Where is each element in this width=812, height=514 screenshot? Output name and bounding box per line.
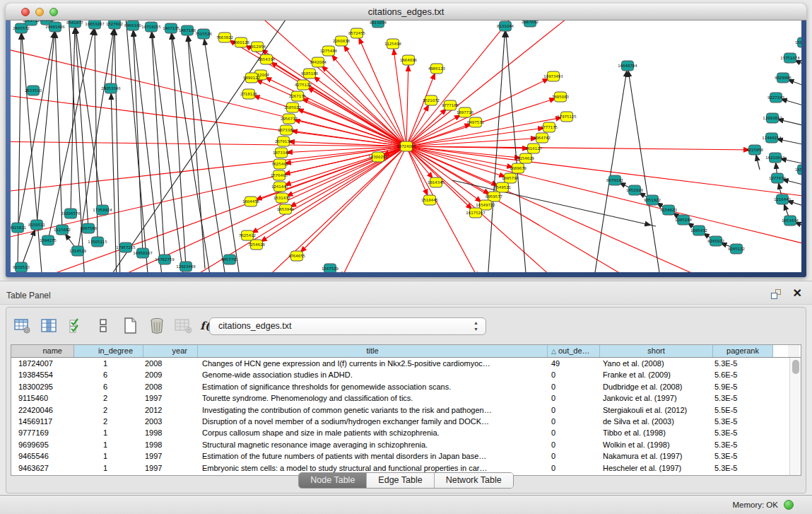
vertical-scrollbar[interactable] — [789, 358, 801, 475]
float-panel-icon[interactable] — [771, 289, 781, 299]
graph-node[interactable]: 17359924 — [93, 205, 112, 215]
column-header-year[interactable]: year — [143, 345, 198, 357]
graph-node[interactable]: 1518445 — [421, 195, 438, 205]
close-panel-icon[interactable]: ✕ — [793, 287, 802, 300]
graph-edge[interactable] — [297, 146, 406, 256]
graph-node[interactable]: 1695432 — [690, 226, 707, 235]
graph-node[interactable]: 17975125 — [557, 112, 576, 122]
graph-node[interactable]: 8549521 — [494, 182, 511, 192]
new-document-icon[interactable] — [121, 317, 139, 335]
column-header-short[interactable]: short — [600, 345, 713, 357]
graph-node[interactable]: 7625462 — [271, 159, 288, 169]
graph-node[interactable]: 1616127 — [525, 144, 542, 153]
graph-node[interactable]: 1895794 — [502, 173, 519, 183]
insert-column-icon[interactable] — [40, 317, 59, 335]
graph-node[interactable]: 16782759 — [155, 255, 175, 264]
graph-node[interactable]: 10653287 — [85, 21, 104, 29]
graph-edge[interactable] — [124, 21, 148, 272]
graph-node[interactable]: 12444154 — [762, 133, 782, 143]
graph-node[interactable]: 8679192 — [606, 175, 623, 185]
graph-node[interactable]: 29053346 — [101, 83, 121, 93]
graph-node[interactable]: 1531437 — [273, 193, 290, 203]
graph-edge[interactable] — [406, 146, 436, 182]
graph-node[interactable]: 3442084 — [310, 57, 327, 67]
network-canvas[interactable]: 1872400718300295191434515184452405572154… — [11, 21, 801, 272]
graph-edge[interactable] — [406, 146, 510, 178]
graph-node[interactable]: 9227343 — [767, 93, 784, 103]
graph-node[interactable]: 1095244 — [675, 215, 693, 225]
row-height-icon[interactable] — [94, 317, 112, 335]
delete-table-icon[interactable] — [148, 317, 166, 335]
graph-node[interactable]: 20206576 — [61, 209, 81, 218]
graph-node[interactable]: 9245022 — [707, 236, 724, 246]
graph-edge[interactable] — [505, 26, 526, 272]
graph-node[interactable]: 1689679 — [510, 163, 527, 173]
graph-node[interactable]: 9150513 — [13, 262, 30, 272]
minimize-window-button[interactable] — [35, 8, 44, 16]
graph-edge[interactable] — [226, 21, 406, 146]
graph-node[interactable]: 1873342 — [273, 148, 290, 158]
graph-node[interactable]: 8813054 — [370, 21, 387, 28]
graph-edge[interactable] — [594, 66, 628, 272]
graph-node[interactable]: 1547529 — [322, 264, 339, 272]
graph-edge[interactable] — [286, 146, 406, 209]
graph-node[interactable]: 2087652 — [522, 21, 539, 27]
graph-edge[interactable] — [406, 60, 408, 146]
graph-edge[interactable] — [406, 105, 450, 146]
table-row[interactable]: 911546021997Tourette syndrome. Phenomeno… — [11, 392, 801, 404]
graph-node[interactable]: 6497531 — [467, 117, 484, 127]
graph-node[interactable]: 1914345 — [428, 177, 445, 187]
graph-node[interactable]: 1064742 — [534, 133, 551, 143]
graph-edge[interactable] — [280, 146, 406, 187]
graph-node[interactable]: 13505115 — [88, 237, 107, 247]
graph-node[interactable]: 16958107 — [133, 248, 152, 258]
graph-node[interactable]: 1897716 — [457, 107, 474, 117]
table-row[interactable]: 946554611997Estimation of the future num… — [11, 450, 801, 462]
graph-node[interactable]: 1549712 — [23, 21, 40, 25]
graph-node[interactable]: 9245122 — [728, 244, 745, 254]
zoom-window-button[interactable] — [49, 8, 58, 16]
graph-edge[interactable] — [204, 34, 240, 272]
graph-node[interactable]: 9329966 — [775, 73, 792, 83]
graph-node[interactable]: 4275122 — [295, 80, 312, 90]
graph-edge[interactable] — [171, 28, 211, 272]
table-row[interactable]: 977716911998Corpus callosum shape and si… — [11, 427, 801, 438]
graph-edge[interactable] — [406, 76, 553, 146]
graph-node[interactable]: 9351922 — [644, 195, 661, 205]
graph-edge[interactable] — [28, 146, 406, 272]
graph-edge[interactable] — [249, 94, 406, 146]
table-row[interactable]: 969969511998Structural magnetic resonanc… — [11, 439, 801, 450]
graph-node[interactable]: 10719155 — [141, 22, 160, 32]
close-window-button[interactable] — [21, 8, 30, 16]
graph-node[interactable]: 9777165 — [442, 100, 459, 110]
graph-node[interactable]: 16648784 — [618, 61, 637, 71]
graph-node[interactable]: 1467188 — [179, 25, 196, 35]
graph-node[interactable]: 1394275 — [40, 235, 57, 245]
graph-node[interactable]: 2718126 — [240, 89, 258, 99]
memory-status-icon[interactable] — [784, 500, 794, 510]
graph-node[interactable]: 1653434 — [782, 216, 799, 226]
graph-node[interactable]: 16210643 — [765, 153, 784, 163]
graph-edge[interactable] — [406, 127, 549, 146]
graph-node[interactable]: 8541977 — [66, 21, 83, 28]
graph-node[interactable]: 9185188 — [301, 69, 319, 78]
graph-node[interactable]: 1277434 — [769, 173, 787, 183]
column-header-out-degree[interactable]: △out_de… — [548, 345, 600, 357]
graph-node[interactable]: 9660128 — [233, 37, 250, 47]
graph-node[interactable]: 6466160 — [124, 21, 142, 30]
graph-edge[interactable] — [406, 146, 801, 247]
graph-node[interactable]: 8131044 — [497, 21, 514, 31]
graph-node[interactable]: 1527602 — [106, 21, 123, 29]
graph-node[interactable]: 1604456 — [242, 197, 260, 206]
graph-edge[interactable] — [67, 21, 85, 272]
graph-node[interactable]: 1521072 — [423, 95, 440, 105]
graph-node[interactable]: 1777175 — [541, 122, 558, 132]
graph-edge[interactable] — [406, 146, 486, 205]
graph-edge[interactable] — [37, 27, 55, 225]
graph-edge[interactable] — [133, 25, 143, 253]
graph-node[interactable]: 1467135 — [163, 23, 180, 33]
tab-node-table[interactable]: Node Table — [299, 473, 367, 488]
graph-node[interactable]: 8572455 — [348, 28, 365, 38]
tab-network-table[interactable]: Network Table — [435, 473, 513, 488]
graph-node[interactable]: 2267175 — [289, 91, 306, 101]
